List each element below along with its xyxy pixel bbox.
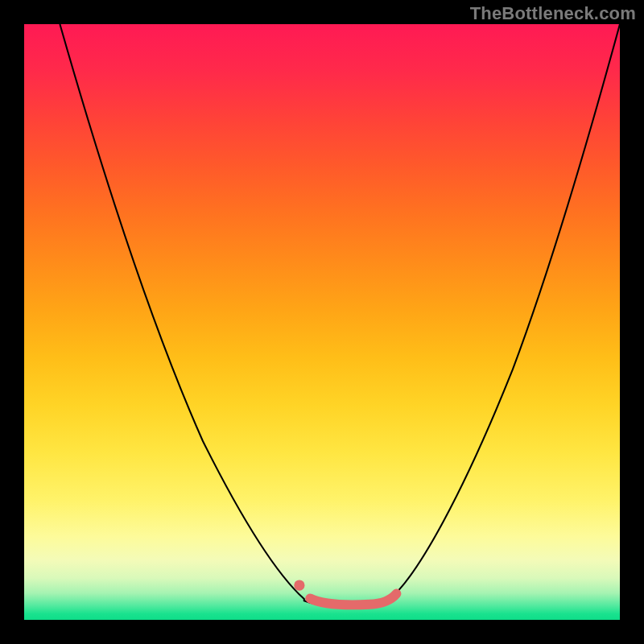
bottleneck-curve [24, 24, 620, 620]
curve-path [60, 24, 620, 605]
chart-container: TheBottleneck.com [0, 0, 644, 644]
plot-area [24, 24, 620, 620]
watermark-text: TheBottleneck.com [470, 3, 636, 24]
marker-dot [294, 580, 304, 590]
valley-marker [310, 593, 396, 605]
